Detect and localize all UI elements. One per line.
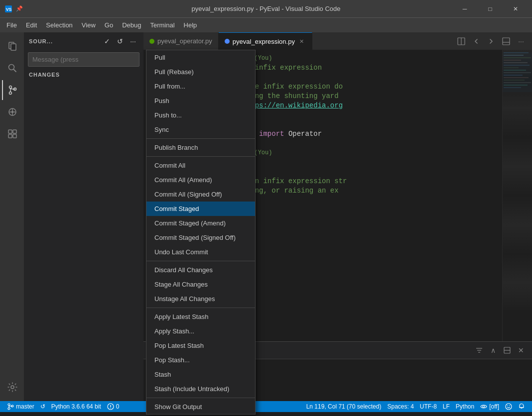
menu-edit[interactable]: Edit bbox=[22, 19, 41, 31]
toggle-panel-button[interactable] bbox=[499, 34, 513, 48]
status-position[interactable]: Ln 119, Col 71 (70 selected) bbox=[303, 401, 385, 412]
tab-pyeval-expression[interactable]: pyeval_expression.py ✕ bbox=[219, 32, 312, 50]
activity-search[interactable] bbox=[2, 58, 22, 78]
dropdown-item-discard-all[interactable]: Discard All Changes bbox=[146, 263, 255, 277]
sidebar-header: SOUR... ✓ ↺ ··· bbox=[24, 32, 143, 50]
window-maximize-button[interactable]: □ bbox=[479, 0, 502, 17]
dropdown-item-commit-all-amend[interactable]: Commit All (Amend) bbox=[146, 173, 255, 187]
status-warnings[interactable]: 0 bbox=[104, 401, 123, 412]
window-close-button[interactable]: ✕ bbox=[504, 0, 527, 17]
status-sync[interactable]: ↺ bbox=[37, 401, 48, 412]
sidebar-title: SOUR... bbox=[29, 38, 53, 44]
pin-icon[interactable]: 📌 bbox=[16, 5, 23, 12]
window-title: pyeval_expression.py - PyEval - Visual S… bbox=[192, 5, 341, 12]
filter-terminal-button[interactable] bbox=[473, 344, 485, 356]
status-bar: master ↺ Python 3.6.6 64 bit 0 Ln 119, C… bbox=[0, 401, 532, 412]
dropdown-item-push-to[interactable]: Push to... bbox=[146, 108, 255, 122]
tab-icon-expression bbox=[225, 39, 230, 44]
status-language[interactable]: Python bbox=[453, 401, 477, 412]
activity-bar bbox=[0, 32, 24, 401]
commit-message-input[interactable] bbox=[28, 52, 139, 67]
terminal-layout-button[interactable] bbox=[501, 344, 513, 356]
svg-rect-16 bbox=[8, 134, 12, 138]
language-label: Python bbox=[456, 403, 474, 410]
svg-rect-14 bbox=[8, 130, 12, 133]
status-spaces[interactable]: Spaces: 4 bbox=[384, 401, 416, 412]
menu-help[interactable]: Help bbox=[180, 19, 201, 31]
svg-point-18 bbox=[11, 386, 14, 389]
more-actions-button[interactable]: ··· bbox=[128, 36, 138, 47]
dropdown-item-stash-include-untracked[interactable]: Stash (Include Untracked) bbox=[146, 382, 255, 396]
svg-point-54 bbox=[509, 406, 510, 407]
dropdown-item-sync[interactable]: Sync bbox=[146, 122, 255, 137]
refresh-button[interactable]: ↺ bbox=[115, 36, 126, 47]
dropdown-item-unstage-all[interactable]: Unstage All Changes bbox=[146, 292, 255, 306]
svg-rect-3 bbox=[11, 44, 16, 50]
dropdown-item-commit-all[interactable]: Commit All bbox=[146, 158, 255, 173]
svg-point-4 bbox=[9, 65, 14, 70]
menu-debug[interactable]: Debug bbox=[118, 19, 145, 31]
svg-rect-15 bbox=[13, 130, 16, 133]
branch-name: master bbox=[16, 403, 34, 410]
activity-settings[interactable] bbox=[2, 377, 22, 397]
svg-point-50 bbox=[110, 408, 111, 409]
activity-source-control[interactable] bbox=[2, 80, 22, 100]
dropdown-item-commit-staged-amend[interactable]: Commit Staged (Amend) bbox=[146, 216, 255, 230]
activity-extensions[interactable] bbox=[2, 124, 22, 144]
dropdown-item-commit-staged[interactable]: Commit Staged bbox=[146, 202, 255, 216]
svg-point-44 bbox=[8, 404, 10, 406]
activity-debug[interactable] bbox=[2, 102, 22, 122]
tab-bar: pyeval_operator.py pyeval_expression.py … bbox=[143, 32, 532, 50]
encoding-label: UTF-8 bbox=[420, 403, 437, 410]
separator-3 bbox=[146, 261, 255, 261]
dropdown-item-show-git-output[interactable]: Show Git Output bbox=[146, 400, 255, 414]
navigate-forward-button[interactable] bbox=[484, 34, 498, 48]
menu-file[interactable]: File bbox=[2, 19, 21, 31]
tab-actions: ··· bbox=[450, 32, 532, 50]
status-smile[interactable] bbox=[502, 401, 515, 412]
more-editor-actions-button[interactable]: ··· bbox=[514, 34, 528, 48]
split-editor-button[interactable] bbox=[454, 34, 468, 48]
tab-close-button[interactable]: ✕ bbox=[298, 37, 306, 45]
navigate-back-button[interactable] bbox=[469, 34, 483, 48]
window-minimize-button[interactable]: ─ bbox=[453, 0, 476, 17]
tab-label-expression: pyeval_expression.py bbox=[233, 38, 295, 45]
tab-pyeval-operator[interactable]: pyeval_operator.py bbox=[143, 32, 219, 50]
status-python[interactable]: Python 3.6.6 64 bit bbox=[48, 401, 104, 412]
dropdown-item-pull-from[interactable]: Pull from... bbox=[146, 79, 255, 94]
svg-point-45 bbox=[8, 408, 10, 410]
menu-view[interactable]: View bbox=[78, 19, 100, 31]
minimap bbox=[502, 50, 532, 341]
dropdown-item-pop-stash[interactable]: Pop Stash... bbox=[146, 353, 255, 367]
commit-checkmark-button[interactable]: ✓ bbox=[102, 36, 113, 47]
dropdown-item-stage-all[interactable]: Stage All Changes bbox=[146, 277, 255, 292]
terminal-up-button[interactable]: ∧ bbox=[487, 344, 499, 356]
dropdown-item-pull[interactable]: Pull bbox=[146, 50, 255, 65]
title-bar: VS 📌 pyeval_expression.py - PyEval - Vis… bbox=[0, 0, 532, 17]
dropdown-item-pop-latest-stash[interactable]: Pop Latest Stash bbox=[146, 338, 255, 353]
activity-explorer[interactable] bbox=[2, 36, 22, 56]
svg-text:VS: VS bbox=[6, 6, 12, 11]
dropdown-item-stash[interactable]: Stash bbox=[146, 367, 255, 382]
svg-rect-38 bbox=[503, 52, 532, 92]
dropdown-item-pull-rebase[interactable]: Pull (Rebase) bbox=[146, 65, 255, 79]
dropdown-item-commit-all-signed[interactable]: Commit All (Signed Off) bbox=[146, 187, 255, 202]
terminal-close-button[interactable]: ✕ bbox=[515, 344, 527, 356]
menu-selection[interactable]: Selection bbox=[42, 19, 76, 31]
dropdown-item-undo-last-commit[interactable]: Undo Last Commit bbox=[146, 245, 255, 259]
dropdown-item-commit-staged-signed[interactable]: Commit Staged (Signed Off) bbox=[146, 230, 255, 245]
status-eye[interactable]: [off] bbox=[477, 401, 502, 412]
dropdown-item-apply-latest-stash[interactable]: Apply Latest Stash bbox=[146, 310, 255, 324]
title-bar-app-icons: VS 📌 bbox=[5, 5, 23, 12]
menu-terminal[interactable]: Terminal bbox=[146, 19, 178, 31]
dropdown-item-apply-stash[interactable]: Apply Stash... bbox=[146, 324, 255, 338]
dropdown-item-publish-branch[interactable]: Publish Branch bbox=[146, 140, 255, 155]
status-bell[interactable] bbox=[515, 401, 528, 412]
status-branch[interactable]: master bbox=[4, 401, 37, 412]
status-line-ending[interactable]: LF bbox=[440, 401, 453, 412]
vs-app-icon: VS bbox=[5, 5, 12, 12]
dropdown-item-push[interactable]: Push bbox=[146, 94, 255, 108]
status-encoding[interactable]: UTF-8 bbox=[417, 401, 440, 412]
svg-point-13 bbox=[11, 111, 13, 113]
menu-go[interactable]: Go bbox=[101, 19, 117, 31]
